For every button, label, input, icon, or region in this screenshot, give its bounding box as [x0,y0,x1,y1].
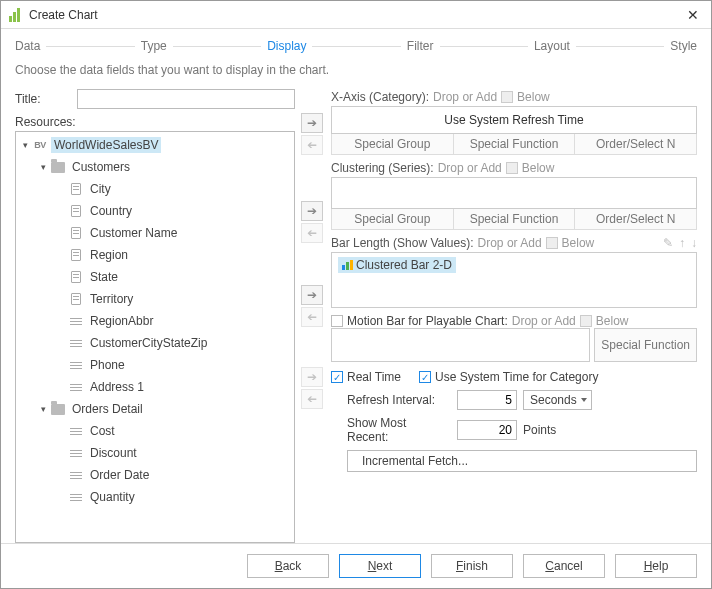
close-icon[interactable]: ✕ [683,7,703,23]
tab-special-function[interactable]: Special Function [454,134,576,155]
remove-barlength-button[interactable]: ➔ [301,307,323,327]
barlength-chip[interactable]: Clustered Bar 2-D [338,257,456,273]
xaxis-dropzone[interactable]: Use System Refresh Time [331,106,697,134]
motion-checkbox[interactable] [331,315,343,327]
text-field-icon [67,380,85,394]
tree-node[interactable]: Order Date [16,464,294,486]
step-type[interactable]: Type [141,37,167,55]
show-most-recent-input[interactable] [457,420,517,440]
tree-label: Discount [87,445,140,461]
tree-node[interactable]: Cost [16,420,294,442]
clustering-label: Clustering (Series): Drop or Add Below [331,161,697,175]
finish-button[interactable]: Finish [431,554,513,578]
tree-node[interactable]: Territory [16,288,294,310]
step-filter[interactable]: Filter [407,37,434,55]
tree-node[interactable]: Address 1 [16,376,294,398]
field-icon [67,248,85,262]
tree-node[interactable]: Region [16,244,294,266]
placeholder-icon [506,162,518,174]
step-display[interactable]: Display [267,37,306,55]
tree-node[interactable]: ▾BVWorldWideSalesBV [16,134,294,156]
caret-icon[interactable]: ▾ [38,404,48,414]
tree-node[interactable]: Quantity [16,486,294,508]
tree-node[interactable]: ▾Orders Detail [16,398,294,420]
tree-node[interactable]: Country [16,200,294,222]
cancel-button[interactable]: Cancel [523,554,605,578]
special-function-button[interactable]: Special Function [594,328,697,362]
transfer-buttons: ➔ ➔ ➔ ➔ ➔ ➔ ➔ ➔ [295,89,329,543]
tree-node[interactable]: City [16,178,294,200]
tree-label: Customer Name [87,225,180,241]
tree-label: Region [87,247,131,263]
motion-dropzone[interactable] [331,328,590,362]
caret-icon[interactable]: ▾ [20,140,30,150]
tree-label: Country [87,203,135,219]
tab-order-select-n[interactable]: Order/Select N [575,134,697,155]
add-barlength-button[interactable]: ➔ [301,285,323,305]
titlebar: Create Chart ✕ [1,1,711,29]
text-field-icon [67,468,85,482]
text-field-icon [67,336,85,350]
remove-clustering-button[interactable]: ➔ [301,223,323,243]
realtime-checkbox[interactable]: ✓ [331,371,343,383]
tree-label: State [87,269,121,285]
window-title: Create Chart [29,8,683,22]
placeholder-icon [546,237,558,249]
tree-label: City [87,181,114,197]
placeholder-icon [580,315,592,327]
edit-icon[interactable]: ✎ [663,236,673,250]
resources-tree[interactable]: ▾BVWorldWideSalesBV▾CustomersCityCountry… [15,131,295,543]
move-up-icon[interactable]: ↑ [679,236,685,250]
tree-node[interactable]: Customer Name [16,222,294,244]
caret-icon[interactable]: ▾ [38,162,48,172]
xaxis-label: X-Axis (Category): Drop or Add Below [331,90,697,104]
remove-motion-button[interactable]: ➔ [301,389,323,409]
incremental-fetch-button[interactable]: Incremental Fetch... [347,450,697,472]
help-button[interactable]: Help [615,554,697,578]
add-clustering-button[interactable]: ➔ [301,201,323,221]
tab-special-function[interactable]: Special Function [454,209,576,230]
tree-label: Orders Detail [69,401,146,417]
clustering-dropzone[interactable] [331,177,697,209]
tab-order-select-n[interactable]: Order/Select N [575,209,697,230]
tree-node[interactable]: RegionAbbr [16,310,294,332]
back-button[interactable]: Back [247,554,329,578]
create-chart-dialog: Create Chart ✕ Data Type Display Filter … [0,0,712,589]
tree-node[interactable]: State [16,266,294,288]
xaxis-tabs: Special Group Special Function Order/Sel… [331,134,697,155]
tab-special-group[interactable]: Special Group [331,209,454,230]
placeholder-icon [501,91,513,103]
button-bar: Back Next Finish Cancel Help [1,543,711,588]
use-system-time-checkbox[interactable]: ✓ [419,371,431,383]
step-data[interactable]: Data [15,37,40,55]
tab-special-group[interactable]: Special Group [331,134,454,155]
refresh-unit-select[interactable]: Seconds [523,390,592,410]
tree-label: Customers [69,159,133,175]
barlength-dropzone[interactable]: Clustered Bar 2-D [331,252,697,308]
step-layout[interactable]: Layout [534,37,570,55]
remove-xaxis-button[interactable]: ➔ [301,135,323,155]
field-icon [67,182,85,196]
title-input[interactable] [77,89,295,109]
next-button[interactable]: Next [339,554,421,578]
move-down-icon[interactable]: ↓ [691,236,697,250]
text-field-icon [67,446,85,460]
xaxis-content: Use System Refresh Time [444,113,583,127]
tree-node[interactable]: Discount [16,442,294,464]
clustering-tabs: Special Group Special Function Order/Sel… [331,209,697,230]
text-field-icon [67,358,85,372]
resources-label: Resources: [15,115,295,129]
tree-node[interactable]: ▾Customers [16,156,294,178]
tree-label: Address 1 [87,379,147,395]
folder-icon [49,160,67,174]
refresh-interval-input[interactable] [457,390,517,410]
step-style[interactable]: Style [670,37,697,55]
wizard-steps: Data Type Display Filter Layout Style [1,29,711,61]
add-motion-button[interactable]: ➔ [301,367,323,387]
text-field-icon [67,490,85,504]
tree-label: Quantity [87,489,138,505]
tree-node[interactable]: CustomerCityStateZip [16,332,294,354]
add-xaxis-button[interactable]: ➔ [301,113,323,133]
show-most-recent-label: Show Most Recent: [331,416,451,444]
tree-node[interactable]: Phone [16,354,294,376]
